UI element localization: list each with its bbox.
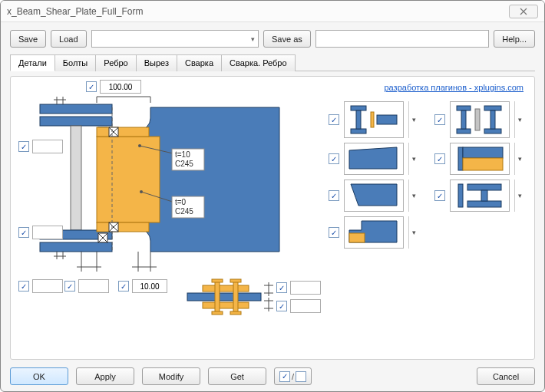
modify-button[interactable]: Modify xyxy=(142,367,200,385)
bottom-field-1 xyxy=(64,279,109,293)
tab-cut[interactable]: Вырез xyxy=(136,54,177,71)
dialog-window: x_Beam_Shear_Plate_Full_Form Save Load S… xyxy=(0,0,545,392)
load-button[interactable]: Load xyxy=(51,30,86,48)
svg-rect-49 xyxy=(481,190,487,201)
xplugins-link[interactable]: разработка плагинов - xplugins.com xyxy=(385,83,524,92)
input-left-1[interactable] xyxy=(32,140,63,153)
main-diagram: t=10 C245 t=0 C245 xyxy=(18,81,333,334)
svg-rect-0 xyxy=(40,104,112,114)
plate2-t: t=0 xyxy=(175,198,187,206)
chk-thumb-2[interactable] xyxy=(434,114,445,125)
input-bottom-1[interactable] xyxy=(78,279,109,293)
chk-left-2[interactable] xyxy=(18,227,29,238)
thumb-1-dropdown[interactable]: ▾ xyxy=(408,101,419,138)
svg-rect-27 xyxy=(212,311,223,315)
sec-field-1 xyxy=(276,281,321,295)
left-field-3 xyxy=(18,279,63,293)
thumb-4[interactable] xyxy=(450,143,510,175)
tab-weld-rib[interactable]: Сварка. Ребро xyxy=(221,54,296,71)
svg-rect-32 xyxy=(371,112,374,127)
beam-cut-top-icon xyxy=(348,146,400,172)
tab-rib[interactable]: Ребро xyxy=(95,54,136,71)
thumb-3[interactable] xyxy=(344,143,404,175)
svg-rect-26 xyxy=(230,279,241,282)
svg-rect-22 xyxy=(203,302,249,308)
chk-thumb-1[interactable] xyxy=(329,114,339,125)
beam-cut-angle-icon xyxy=(348,183,400,209)
chk-left-1[interactable] xyxy=(18,141,29,152)
thumb-1[interactable] xyxy=(344,101,404,138)
thumbnail-panel: ▾ ▾ xyxy=(329,101,528,253)
svg-rect-37 xyxy=(475,109,480,130)
main-panel: разработка плагинов - xplugins.com xyxy=(10,76,535,360)
saveas-button[interactable]: Save as xyxy=(263,30,311,48)
chk-thumb-4[interactable] xyxy=(434,153,445,164)
chk-thumb-5[interactable] xyxy=(329,190,339,201)
close-x-icon xyxy=(518,8,529,15)
chk-sec-1[interactable] xyxy=(276,282,287,293)
svg-rect-39 xyxy=(484,129,501,133)
get-button[interactable]: Get xyxy=(208,367,266,385)
thumb-2[interactable] xyxy=(450,101,510,138)
thumb-7[interactable] xyxy=(344,216,404,249)
tab-strip: Детали Болты Ребро Вырез Сварка Сварка. … xyxy=(10,54,535,71)
svg-rect-42 xyxy=(458,147,463,170)
chk-thumb-3[interactable] xyxy=(329,153,339,164)
bottom-bar: OK Apply Modify Get / Cancel xyxy=(10,364,535,385)
tab-bolts[interactable]: Болты xyxy=(54,54,96,71)
input-left-2[interactable] xyxy=(32,226,63,239)
chk-left-3[interactable] xyxy=(18,281,29,292)
svg-rect-10 xyxy=(97,127,149,137)
beam-haunch-icon xyxy=(454,146,506,172)
input-bottom-2[interactable] xyxy=(132,279,167,293)
svg-rect-30 xyxy=(351,129,366,133)
thumb-2-dropdown[interactable]: ▾ xyxy=(514,101,525,138)
svg-rect-44 xyxy=(463,158,503,170)
input-sec-2[interactable] xyxy=(290,299,321,313)
svg-rect-2 xyxy=(71,126,81,230)
svg-rect-4 xyxy=(40,242,112,252)
plate2-mat: C245 xyxy=(175,207,193,216)
input-sec-1[interactable] xyxy=(290,281,321,295)
window-title: x_Beam_Shear_Plate_Full_Form xyxy=(7,6,509,17)
thumb-5-dropdown[interactable]: ▾ xyxy=(408,180,419,212)
checked-icon xyxy=(279,371,290,382)
thumb-5[interactable] xyxy=(344,180,404,212)
apply-button[interactable]: Apply xyxy=(76,367,134,385)
thumb-3-dropdown[interactable]: ▾ xyxy=(408,143,419,175)
chk-bottom-1[interactable] xyxy=(64,281,75,292)
ibeam-column-icon xyxy=(348,104,400,135)
tab-weld[interactable]: Сварка xyxy=(177,54,222,71)
main-diagram-svg: t=10 C245 t=0 C245 xyxy=(18,81,333,334)
thumb-7-dropdown[interactable]: ▾ xyxy=(408,216,419,249)
svg-rect-31 xyxy=(356,110,361,129)
dialog-content: Save Load Save as Help... Детали Болты Р… xyxy=(1,22,544,391)
close-button[interactable] xyxy=(509,5,538,18)
tab-details[interactable]: Детали xyxy=(10,54,55,71)
bottom-field-2 xyxy=(118,279,167,293)
chk-thumb-6[interactable] xyxy=(434,190,445,201)
chk-thumb-7[interactable] xyxy=(329,227,339,238)
chk-bottom-2[interactable] xyxy=(118,281,129,292)
thumb-4-dropdown[interactable]: ▾ xyxy=(514,143,525,175)
svg-rect-20 xyxy=(187,293,261,301)
chk-sec-2[interactable] xyxy=(276,301,287,311)
cancel-button[interactable]: Cancel xyxy=(477,367,535,385)
svg-rect-29 xyxy=(351,106,366,110)
toggle-checked-button[interactable]: / xyxy=(274,367,312,385)
svg-rect-28 xyxy=(230,311,241,315)
svg-rect-36 xyxy=(461,110,466,129)
ok-button[interactable]: OK xyxy=(10,367,68,385)
preset-combo[interactable] xyxy=(91,30,259,48)
thumb-6-dropdown[interactable]: ▾ xyxy=(514,180,525,212)
help-button[interactable]: Help... xyxy=(494,30,535,48)
input-left-3[interactable] xyxy=(32,279,63,293)
titlebar: x_Beam_Shear_Plate_Full_Form xyxy=(1,1,544,22)
save-button[interactable]: Save xyxy=(10,30,46,48)
svg-rect-35 xyxy=(457,129,471,133)
svg-rect-51 xyxy=(349,233,365,242)
ibeam-side-2-icon xyxy=(454,183,506,209)
svg-marker-41 xyxy=(349,147,397,169)
thumb-6[interactable] xyxy=(450,180,510,212)
saveas-name-input[interactable] xyxy=(315,30,489,48)
